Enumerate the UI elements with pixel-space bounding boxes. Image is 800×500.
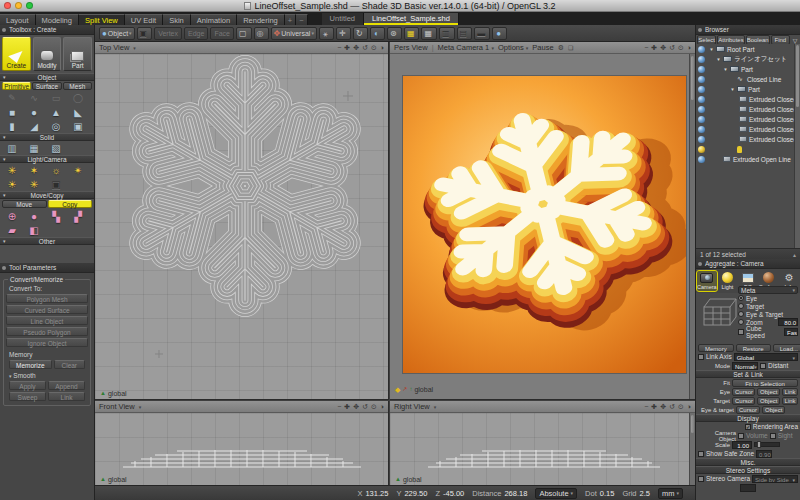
stereo-value-field[interactable] — [740, 484, 756, 492]
ambient-light-icon[interactable]: ✳ — [23, 177, 45, 191]
checkbox-icon[interactable] — [770, 433, 776, 439]
render-sphere-button[interactable]: ● — [492, 27, 507, 40]
viewport-control-icon[interactable]: ✥ — [660, 44, 666, 52]
move-copy-tab[interactable]: Copy — [48, 200, 93, 208]
workspace-tab[interactable]: Split View — [79, 14, 125, 25]
checkbox-icon[interactable] — [760, 363, 766, 369]
display-header[interactable]: Display — [696, 414, 800, 422]
grid-settings-button[interactable]: ▦ — [421, 27, 437, 40]
visibility-toggle[interactable] — [698, 106, 705, 113]
visibility-toggle[interactable] — [698, 136, 705, 143]
rounded-cube-tool-icon[interactable]: ▣ — [67, 119, 89, 133]
viewport-control-icon[interactable]: ✚ — [344, 44, 350, 52]
memory-button[interactable]: Clear — [54, 360, 85, 369]
smooth-label[interactable]: ▾ Smooth — [9, 372, 88, 379]
target-link-button[interactable]: Link — [782, 397, 798, 405]
collapse-triangle-icon[interactable]: ▾ — [9, 373, 12, 379]
scrollbar-thumb[interactable] — [691, 56, 694, 100]
vertex-mode-button[interactable]: Vertex — [154, 27, 182, 40]
visibility-toggle[interactable] — [698, 126, 705, 133]
edge-mode-button[interactable]: Edge — [184, 27, 208, 40]
eye-cursor-button[interactable]: Cursor — [732, 388, 755, 396]
render-settings-icon[interactable]: ⚙ — [558, 44, 564, 52]
top-viewport-canvas[interactable]: ▲ global — [95, 54, 388, 399]
comment-icon[interactable]: ❏ — [568, 44, 573, 51]
safe-zone-field[interactable]: 0.90 — [756, 450, 772, 458]
tree-row[interactable] — [696, 144, 794, 154]
document-tab[interactable]: LineOffset_Sample.shd — [364, 13, 459, 25]
camera-tool-icon[interactable]: ▣ — [45, 177, 67, 191]
smooth-append-button[interactable]: Append — [48, 381, 85, 390]
memory-button[interactable]: Memorize — [9, 360, 52, 369]
camera-selector[interactable]: Meta Camera 1 ▾ — [438, 43, 494, 52]
collapse-dot-icon[interactable] — [698, 28, 702, 32]
view-keyboard-button[interactable]: ▬ — [474, 27, 490, 40]
checkbox-checked-icon[interactable]: ✓ — [745, 424, 751, 430]
viewport-title[interactable]: Right View — [394, 402, 430, 411]
chevron-down-icon[interactable]: ▾ — [434, 404, 437, 410]
mirror-tool-icon[interactable]: ◧ — [23, 223, 45, 237]
camera-memory-button[interactable]: Load... — [773, 344, 800, 352]
unit-dropdown[interactable]: mm▾ — [658, 488, 683, 499]
viewport-control-icon[interactable]: ◑ — [380, 403, 384, 411]
pause-button[interactable]: Pause — [532, 43, 553, 52]
snap-button[interactable]: ⊛ — [387, 27, 402, 40]
collapse-triangle-icon[interactable]: ▾ — [3, 74, 6, 81]
visibility-toggle[interactable] — [698, 146, 705, 153]
union-tool-icon[interactable]: ▥ — [1, 141, 23, 155]
eye-target-cursor-button[interactable]: Cursor — [736, 406, 760, 414]
rect-line-tool-icon[interactable]: ▭ — [45, 91, 67, 105]
intersection-tool-icon[interactable]: ▦ — [23, 141, 45, 155]
viewport-control-icon[interactable]: ⊙ — [371, 44, 377, 52]
collapse-triangle-icon[interactable]: ▾ — [3, 238, 6, 245]
target-cursor-button[interactable]: Cursor — [732, 397, 755, 405]
object-type-tab[interactable]: Surface — [32, 82, 61, 90]
array-tool-icon[interactable]: ▞ — [67, 209, 89, 223]
pose-button[interactable]: ⚹ — [319, 27, 334, 40]
safe-zone-row[interactable]: Show Safe Zone 0.90 — [696, 449, 800, 458]
subtraction-tool-icon[interactable]: ▧ — [45, 141, 67, 155]
workspace-tab[interactable]: Animation — [191, 14, 237, 25]
tree-row[interactable]: Closed Line — [696, 74, 794, 84]
viewport-control-icon[interactable]: ◑ — [687, 44, 691, 52]
viewport-control-icon[interactable]: ⊙ — [371, 403, 377, 411]
workspace-tab[interactable]: Modeling — [36, 14, 79, 25]
marquee-select-button[interactable]: ▢ — [236, 27, 252, 40]
camera-select-button[interactable]: ▣ — [137, 27, 153, 40]
stereo-mode-dropdown[interactable]: Side by Side▾ — [752, 475, 798, 483]
radio-icon[interactable] — [738, 319, 744, 325]
document-tab[interactable]: Untitled — [322, 13, 364, 25]
pen-tool-icon[interactable]: ✎ — [1, 91, 23, 105]
radio-icon[interactable] — [738, 303, 744, 309]
workspace-tab[interactable]: UV Edit — [125, 14, 163, 25]
viewport-title[interactable]: Pers View — [394, 43, 428, 52]
viewport-control-icon[interactable]: − — [644, 44, 648, 52]
view-monitor-button[interactable]: ▥ — [439, 27, 455, 40]
viewport-control-icon[interactable]: ⊙ — [678, 44, 684, 52]
scale-field[interactable]: 1.00 — [732, 441, 752, 449]
modify-mode-button[interactable]: Modify — [33, 37, 62, 71]
tree-row[interactable]: ▼ Part — [696, 84, 794, 94]
checkbox-icon[interactable] — [698, 476, 704, 482]
part-mode-button[interactable]: Part — [63, 37, 92, 71]
expander-triangle-icon[interactable]: ▼ — [730, 87, 735, 92]
radio-target[interactable]: Target — [738, 302, 798, 310]
filter-icon[interactable]: ▽ — [791, 37, 799, 44]
viewport-control-icon[interactable]: ↺ — [669, 403, 675, 411]
tree-row[interactable]: Extruded Closed — [696, 124, 794, 134]
scrollbar-thumb[interactable] — [691, 415, 694, 433]
smooth-link-button[interactable]: Link — [48, 392, 85, 401]
right-viewport-canvas[interactable]: ▲ global — [390, 413, 695, 485]
set-link-header[interactable]: Set & Link — [696, 370, 800, 378]
expander-triangle-icon[interactable]: ▼ — [723, 67, 728, 72]
misc-header[interactable]: Misc. — [696, 458, 800, 466]
visibility-toggle[interactable] — [698, 66, 705, 73]
torus-tool-icon[interactable]: ◎ — [45, 119, 67, 133]
move-button[interactable]: ✛ — [336, 27, 351, 40]
viewport-control-icon[interactable]: ✚ — [651, 44, 657, 52]
visibility-toggle[interactable] — [698, 46, 705, 53]
object-type-tab[interactable]: Primitive — [2, 82, 31, 90]
collapse-triangle-icon[interactable]: ▾ — [3, 192, 6, 199]
area-light-icon[interactable]: ✴ — [67, 163, 89, 177]
collapse-dot-icon[interactable] — [698, 262, 702, 266]
